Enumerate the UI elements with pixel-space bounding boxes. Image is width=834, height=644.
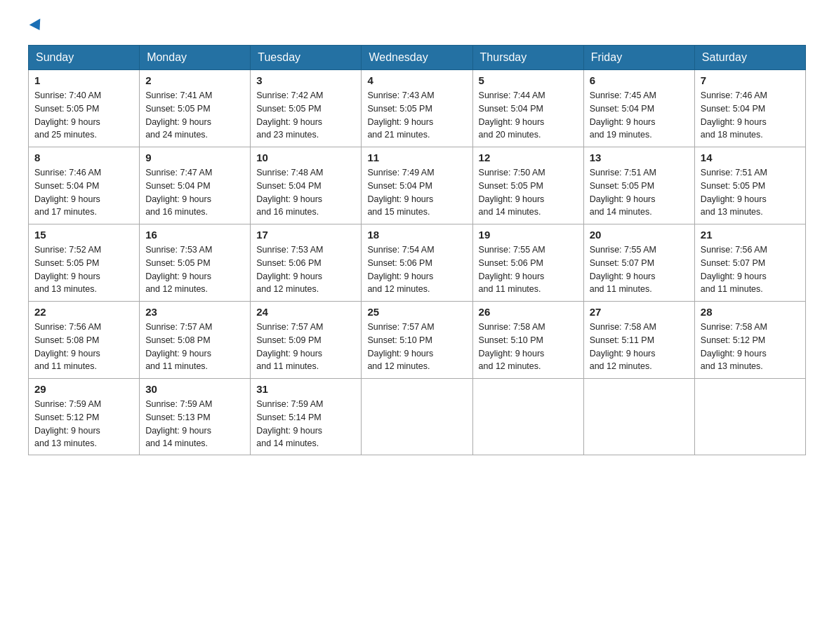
calendar-cell: 11 Sunrise: 7:49 AM Sunset: 5:04 PM Dayl… — [362, 147, 472, 224]
day-info: Sunrise: 7:53 AM Sunset: 5:05 PM Dayligh… — [145, 243, 244, 296]
day-info: Sunrise: 7:50 AM Sunset: 5:05 PM Dayligh… — [479, 166, 578, 219]
logo — [28, 21, 44, 31]
calendar-cell — [694, 379, 805, 455]
calendar-cell: 23 Sunrise: 7:57 AM Sunset: 5:08 PM Dayl… — [140, 302, 251, 379]
day-number: 4 — [367, 74, 466, 86]
day-info: Sunrise: 7:56 AM Sunset: 5:08 PM Dayligh… — [34, 321, 133, 373]
calendar-cell — [362, 379, 472, 455]
day-info: Sunrise: 7:43 AM Sunset: 5:05 PM Dayligh… — [367, 89, 466, 142]
day-number: 9 — [145, 152, 244, 163]
calendar-cell: 14 Sunrise: 7:51 AM Sunset: 5:05 PM Dayl… — [694, 147, 805, 224]
day-number: 7 — [701, 74, 800, 86]
calendar-cell: 19 Sunrise: 7:55 AM Sunset: 5:06 PM Dayl… — [472, 224, 583, 302]
col-header-saturday: Saturday — [694, 46, 805, 70]
day-number: 2 — [145, 74, 244, 86]
day-info: Sunrise: 7:53 AM Sunset: 5:06 PM Dayligh… — [256, 243, 355, 296]
calendar-cell: 13 Sunrise: 7:51 AM Sunset: 5:05 PM Dayl… — [583, 147, 694, 224]
day-info: Sunrise: 7:40 AM Sunset: 5:05 PM Dayligh… — [34, 89, 133, 142]
calendar-cell: 22 Sunrise: 7:56 AM Sunset: 5:08 PM Dayl… — [29, 302, 140, 379]
day-number: 11 — [367, 152, 466, 163]
calendar-cell: 9 Sunrise: 7:47 AM Sunset: 5:04 PM Dayli… — [140, 147, 251, 224]
calendar-week-row: 15 Sunrise: 7:52 AM Sunset: 5:05 PM Dayl… — [29, 224, 806, 302]
calendar-cell: 29 Sunrise: 7:59 AM Sunset: 5:12 PM Dayl… — [29, 379, 140, 455]
day-number: 29 — [34, 383, 133, 395]
day-number: 28 — [701, 306, 800, 318]
day-number: 14 — [701, 152, 800, 163]
calendar-week-row: 29 Sunrise: 7:59 AM Sunset: 5:12 PM Dayl… — [29, 379, 806, 455]
calendar-cell: 6 Sunrise: 7:45 AM Sunset: 5:04 PM Dayli… — [583, 70, 694, 147]
day-info: Sunrise: 7:59 AM Sunset: 5:14 PM Dayligh… — [256, 398, 355, 450]
day-info: Sunrise: 7:54 AM Sunset: 5:06 PM Dayligh… — [367, 243, 466, 296]
calendar-week-row: 22 Sunrise: 7:56 AM Sunset: 5:08 PM Dayl… — [29, 302, 806, 379]
calendar-cell: 3 Sunrise: 7:42 AM Sunset: 5:05 PM Dayli… — [251, 70, 362, 147]
day-info: Sunrise: 7:57 AM Sunset: 5:08 PM Dayligh… — [145, 321, 244, 373]
col-header-tuesday: Tuesday — [251, 46, 362, 70]
calendar-cell: 2 Sunrise: 7:41 AM Sunset: 5:05 PM Dayli… — [140, 70, 251, 147]
col-header-friday: Friday — [583, 46, 694, 70]
calendar-cell: 4 Sunrise: 7:43 AM Sunset: 5:05 PM Dayli… — [362, 70, 472, 147]
day-number: 30 — [145, 383, 244, 395]
day-info: Sunrise: 7:58 AM Sunset: 5:11 PM Dayligh… — [590, 321, 689, 373]
calendar-cell — [472, 379, 583, 455]
day-info: Sunrise: 7:52 AM Sunset: 5:05 PM Dayligh… — [34, 243, 133, 296]
day-info: Sunrise: 7:58 AM Sunset: 5:10 PM Dayligh… — [479, 321, 578, 373]
day-number: 13 — [590, 152, 689, 163]
calendar-cell: 5 Sunrise: 7:44 AM Sunset: 5:04 PM Dayli… — [472, 70, 583, 147]
day-number: 26 — [479, 306, 578, 318]
calendar-week-row: 1 Sunrise: 7:40 AM Sunset: 5:05 PM Dayli… — [29, 70, 806, 147]
day-number: 17 — [256, 229, 355, 241]
day-number: 27 — [590, 306, 689, 318]
day-info: Sunrise: 7:51 AM Sunset: 5:05 PM Dayligh… — [590, 166, 689, 219]
day-info: Sunrise: 7:46 AM Sunset: 5:04 PM Dayligh… — [701, 89, 800, 142]
day-info: Sunrise: 7:51 AM Sunset: 5:05 PM Dayligh… — [701, 166, 800, 219]
calendar-cell: 30 Sunrise: 7:59 AM Sunset: 5:13 PM Dayl… — [140, 379, 251, 455]
col-header-sunday: Sunday — [29, 46, 140, 70]
day-number: 3 — [256, 74, 355, 86]
calendar-cell: 17 Sunrise: 7:53 AM Sunset: 5:06 PM Dayl… — [251, 224, 362, 302]
calendar-cell: 1 Sunrise: 7:40 AM Sunset: 5:05 PM Dayli… — [29, 70, 140, 147]
calendar-cell: 25 Sunrise: 7:57 AM Sunset: 5:10 PM Dayl… — [362, 302, 472, 379]
day-number: 8 — [34, 152, 133, 163]
day-number: 22 — [34, 306, 133, 318]
page-header — [28, 21, 806, 31]
day-number: 6 — [590, 74, 689, 86]
day-info: Sunrise: 7:46 AM Sunset: 5:04 PM Dayligh… — [34, 166, 133, 219]
day-number: 23 — [145, 306, 244, 318]
logo-triangle-icon — [29, 18, 46, 33]
day-number: 10 — [256, 152, 355, 163]
day-number: 15 — [34, 229, 133, 241]
calendar-week-row: 8 Sunrise: 7:46 AM Sunset: 5:04 PM Dayli… — [29, 147, 806, 224]
day-info: Sunrise: 7:48 AM Sunset: 5:04 PM Dayligh… — [256, 166, 355, 219]
day-info: Sunrise: 7:57 AM Sunset: 5:10 PM Dayligh… — [367, 321, 466, 373]
day-info: Sunrise: 7:55 AM Sunset: 5:06 PM Dayligh… — [479, 243, 578, 296]
col-header-wednesday: Wednesday — [362, 46, 472, 70]
day-number: 5 — [479, 74, 578, 86]
day-info: Sunrise: 7:42 AM Sunset: 5:05 PM Dayligh… — [256, 89, 355, 142]
calendar-cell: 24 Sunrise: 7:57 AM Sunset: 5:09 PM Dayl… — [251, 302, 362, 379]
day-number: 1 — [34, 74, 133, 86]
day-info: Sunrise: 7:59 AM Sunset: 5:12 PM Dayligh… — [34, 398, 133, 450]
calendar-cell: 26 Sunrise: 7:58 AM Sunset: 5:10 PM Dayl… — [472, 302, 583, 379]
day-number: 24 — [256, 306, 355, 318]
col-header-thursday: Thursday — [472, 46, 583, 70]
day-number: 16 — [145, 229, 244, 241]
calendar-cell: 21 Sunrise: 7:56 AM Sunset: 5:07 PM Dayl… — [694, 224, 805, 302]
day-info: Sunrise: 7:44 AM Sunset: 5:04 PM Dayligh… — [479, 89, 578, 142]
calendar-cell: 16 Sunrise: 7:53 AM Sunset: 5:05 PM Dayl… — [140, 224, 251, 302]
day-info: Sunrise: 7:58 AM Sunset: 5:12 PM Dayligh… — [701, 321, 800, 373]
day-number: 25 — [367, 306, 466, 318]
day-info: Sunrise: 7:49 AM Sunset: 5:04 PM Dayligh… — [367, 166, 466, 219]
calendar-cell: 12 Sunrise: 7:50 AM Sunset: 5:05 PM Dayl… — [472, 147, 583, 224]
calendar-cell — [583, 379, 694, 455]
calendar-header-row: SundayMondayTuesdayWednesdayThursdayFrid… — [29, 46, 806, 70]
calendar-cell: 15 Sunrise: 7:52 AM Sunset: 5:05 PM Dayl… — [29, 224, 140, 302]
calendar-cell: 20 Sunrise: 7:55 AM Sunset: 5:07 PM Dayl… — [583, 224, 694, 302]
day-number: 20 — [590, 229, 689, 241]
calendar-cell: 18 Sunrise: 7:54 AM Sunset: 5:06 PM Dayl… — [362, 224, 472, 302]
calendar-cell: 27 Sunrise: 7:58 AM Sunset: 5:11 PM Dayl… — [583, 302, 694, 379]
day-number: 19 — [479, 229, 578, 241]
calendar-cell: 31 Sunrise: 7:59 AM Sunset: 5:14 PM Dayl… — [251, 379, 362, 455]
day-info: Sunrise: 7:47 AM Sunset: 5:04 PM Dayligh… — [145, 166, 244, 219]
day-info: Sunrise: 7:59 AM Sunset: 5:13 PM Dayligh… — [145, 398, 244, 450]
calendar-cell: 7 Sunrise: 7:46 AM Sunset: 5:04 PM Dayli… — [694, 70, 805, 147]
